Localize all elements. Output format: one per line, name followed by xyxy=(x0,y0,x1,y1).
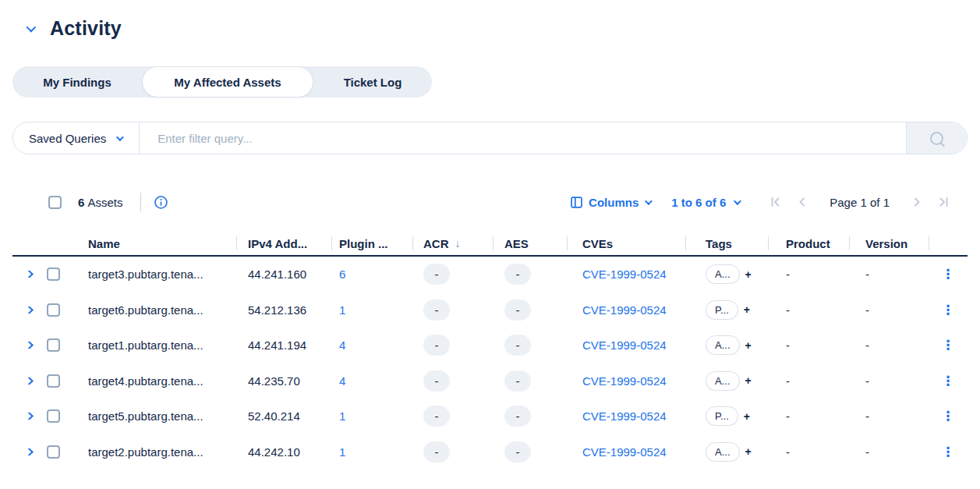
aes-badge: - xyxy=(504,370,531,392)
tag-pill[interactable]: P... xyxy=(706,406,738,426)
asset-name: target1.pubtarg.tena... xyxy=(88,338,203,352)
expand-row-chevron-icon[interactable] xyxy=(23,377,34,384)
plugin-count-link[interactable]: 4 xyxy=(339,338,345,352)
plugin-count-link[interactable]: 1 xyxy=(339,303,345,317)
row-checkbox[interactable] xyxy=(47,303,60,317)
acr-badge: - xyxy=(423,370,450,392)
rows-range-dropdown[interactable]: 1 to 6 of 6 xyxy=(671,196,739,209)
filter-query-input[interactable] xyxy=(140,122,906,154)
column-header-plugins[interactable]: Plugin ... xyxy=(331,232,412,255)
row-checkbox[interactable] xyxy=(47,445,60,459)
cve-link[interactable]: CVE-1999-0524 xyxy=(582,374,667,388)
columns-label: Columns xyxy=(589,196,639,209)
expand-row-chevron-icon[interactable] xyxy=(23,342,34,349)
cve-link[interactable]: CVE-1999-0524 xyxy=(582,338,667,352)
columns-button[interactable]: Columns xyxy=(571,196,650,209)
column-header-aes[interactable]: AES xyxy=(493,232,567,255)
version-value: - xyxy=(865,268,869,281)
row-menu-icon[interactable]: ⋮ xyxy=(942,374,955,388)
row-checkbox[interactable] xyxy=(47,338,60,352)
expand-row-chevron-icon[interactable] xyxy=(23,271,34,278)
column-header-version[interactable]: Version xyxy=(849,232,929,255)
ipv4-address: 44.242.10 xyxy=(248,445,300,459)
toolbar-right-cluster: Columns 1 to 6 of 6 Page 1 of 1 xyxy=(571,192,957,212)
acr-badge: - xyxy=(423,264,450,285)
version-value: - xyxy=(865,409,869,423)
tag-pill[interactable]: A... xyxy=(706,335,740,355)
page-title: Activity xyxy=(50,17,122,40)
column-header-acr[interactable]: ACR↓ xyxy=(412,232,493,255)
saved-queries-label: Saved Queries xyxy=(29,132,106,145)
row-checkbox[interactable] xyxy=(47,268,60,281)
tag-pill[interactable]: A... xyxy=(706,371,740,391)
add-tag-button[interactable]: + xyxy=(745,268,752,281)
chevron-down-icon xyxy=(645,197,653,205)
add-tag-button[interactable]: + xyxy=(744,410,750,423)
asset-name: target4.pubtarg.tena... xyxy=(88,374,203,388)
header-spacer-menu xyxy=(929,232,968,255)
cve-link[interactable]: CVE-1999-0524 xyxy=(582,445,667,459)
acr-badge: - xyxy=(423,406,450,427)
table-body: target3.pubtarg.tena... 44.241.160 6 - -… xyxy=(12,257,968,470)
next-page-button[interactable] xyxy=(904,192,930,212)
first-page-button[interactable] xyxy=(762,192,789,212)
row-menu-icon[interactable]: ⋮ xyxy=(942,409,955,423)
filter-bar: Saved Queries xyxy=(12,122,968,154)
cve-link[interactable]: CVE-1999-0524 xyxy=(582,409,667,423)
expand-row-chevron-icon[interactable] xyxy=(23,307,34,314)
chevron-down-icon xyxy=(116,133,124,141)
ipv4-address: 44.241.194 xyxy=(248,338,306,352)
select-all-checkbox[interactable] xyxy=(48,196,62,209)
saved-queries-dropdown[interactable]: Saved Queries xyxy=(13,122,140,154)
tag-pill[interactable]: P... xyxy=(706,300,738,320)
column-header-name[interactable]: Name xyxy=(76,232,236,255)
row-menu-icon[interactable]: ⋮ xyxy=(942,338,955,352)
last-page-icon xyxy=(937,196,950,208)
table-row: target6.pubtarg.tena... 54.212.136 1 - -… xyxy=(12,292,968,328)
asset-name: target2.pubtarg.tena... xyxy=(88,445,203,459)
version-value: - xyxy=(865,303,869,317)
pagination: Page 1 of 1 xyxy=(762,192,957,212)
add-tag-button[interactable]: + xyxy=(745,339,752,352)
add-tag-button[interactable]: + xyxy=(745,374,752,387)
aes-badge: - xyxy=(504,441,531,462)
chevron-right-icon xyxy=(911,196,923,208)
info-icon[interactable] xyxy=(154,196,168,209)
plugin-count-link[interactable]: 1 xyxy=(339,445,345,459)
tab-my-findings[interactable]: My Findings xyxy=(12,66,142,97)
header-spacer-expand xyxy=(12,232,44,255)
previous-page-button[interactable] xyxy=(789,192,815,212)
row-menu-icon[interactable]: ⋮ xyxy=(942,445,955,459)
product-value: - xyxy=(786,303,790,317)
product-value: - xyxy=(786,338,790,352)
plugin-count-link[interactable]: 4 xyxy=(339,374,345,388)
row-menu-icon[interactable]: ⋮ xyxy=(942,268,955,281)
ipv4-address: 54.212.136 xyxy=(248,303,306,317)
tab-ticket-log[interactable]: Ticket Log xyxy=(313,66,432,97)
add-tag-button[interactable]: + xyxy=(744,303,750,316)
column-header-tags[interactable]: Tags xyxy=(685,232,768,255)
cve-link[interactable]: CVE-1999-0524 xyxy=(582,303,667,317)
tag-pill[interactable]: A... xyxy=(706,442,740,462)
tag-pill[interactable]: A... xyxy=(706,264,740,284)
asset-name: target3.pubtarg.tena... xyxy=(88,268,203,281)
ipv4-address: 52.40.214 xyxy=(248,409,300,423)
column-header-ipv4[interactable]: IPv4 Add... xyxy=(236,232,331,255)
toolbar-divider xyxy=(140,193,141,211)
row-checkbox[interactable] xyxy=(47,409,60,423)
plugin-count-link[interactable]: 1 xyxy=(339,409,345,423)
row-menu-icon[interactable]: ⋮ xyxy=(942,303,955,317)
last-page-button[interactable] xyxy=(930,192,957,212)
asset-count: 6 Assets xyxy=(78,196,123,209)
plugin-count-link[interactable]: 6 xyxy=(339,268,345,281)
column-header-product[interactable]: Product xyxy=(768,232,849,255)
expand-row-chevron-icon[interactable] xyxy=(23,413,34,420)
expand-row-chevron-icon[interactable] xyxy=(23,448,34,455)
search-button[interactable] xyxy=(906,122,967,154)
add-tag-button[interactable]: + xyxy=(745,445,752,458)
collapse-section-chevron-icon[interactable] xyxy=(27,23,37,33)
column-header-cves[interactable]: CVEs xyxy=(567,232,685,255)
tab-my-affected-assets[interactable]: My Affected Assets xyxy=(142,66,313,97)
cve-link[interactable]: CVE-1999-0524 xyxy=(582,268,667,281)
row-checkbox[interactable] xyxy=(47,374,60,388)
